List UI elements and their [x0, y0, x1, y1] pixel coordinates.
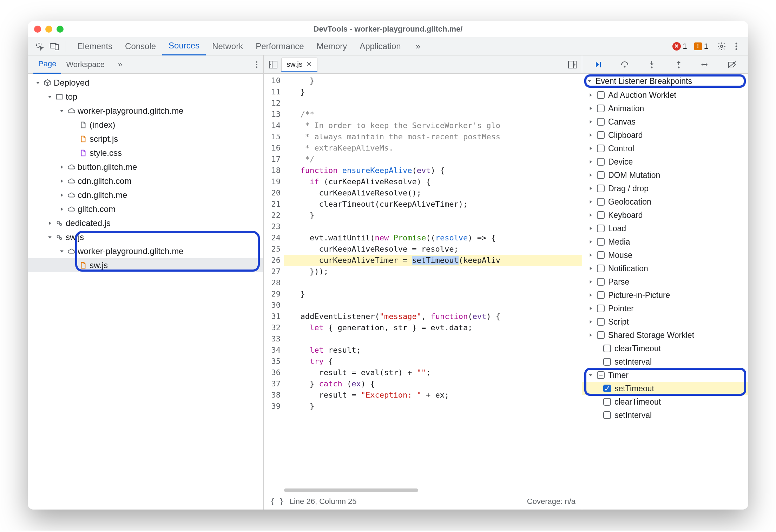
breakpoint-category[interactable]: DOM Mutation: [582, 168, 748, 182]
expand-icon[interactable]: [588, 119, 593, 125]
checkbox[interactable]: [597, 91, 605, 99]
kebab-menu-icon[interactable]: [730, 40, 743, 53]
expand-icon[interactable]: [71, 262, 77, 268]
checkbox[interactable]: [603, 411, 611, 419]
device-toolbar-icon[interactable]: [48, 40, 61, 53]
breakpoint-event[interactable]: clearTimeout: [582, 342, 748, 355]
navigator-tab-page[interactable]: Page: [33, 55, 61, 74]
breakpoint-category[interactable]: Mouse: [582, 248, 748, 262]
main-tab-elements[interactable]: Elements: [71, 37, 119, 55]
main-tab-network[interactable]: Network: [206, 37, 249, 55]
breakpoint-category[interactable]: Parse: [582, 275, 748, 288]
breakpoint-event[interactable]: setInterval: [582, 355, 748, 368]
tree-node[interactable]: top: [28, 90, 263, 104]
expand-icon[interactable]: [588, 212, 593, 218]
expand-icon[interactable]: [47, 220, 53, 226]
resume-icon[interactable]: [592, 59, 604, 71]
breakpoint-category[interactable]: Timer: [582, 368, 748, 382]
expand-icon[interactable]: [47, 234, 53, 240]
expand-icon[interactable]: [588, 105, 593, 112]
breakpoint-category[interactable]: Notification: [582, 262, 748, 275]
deactivate-breakpoints-icon[interactable]: [726, 59, 738, 71]
main-tab-console[interactable]: Console: [119, 37, 162, 55]
tree-node[interactable]: style.css: [28, 146, 263, 160]
main-tab-application[interactable]: Application: [353, 37, 407, 55]
tree-node[interactable]: dedicated.js: [28, 216, 263, 230]
checkbox[interactable]: [597, 331, 605, 339]
file-tree[interactable]: Deployed top worker-playground.glitch.me…: [28, 74, 263, 510]
expand-icon[interactable]: [588, 372, 593, 378]
breakpoint-category[interactable]: Ad Auction Worklet: [582, 88, 748, 102]
checkbox[interactable]: ✓: [603, 385, 611, 392]
tree-node[interactable]: (index): [28, 118, 263, 132]
checkbox[interactable]: [597, 131, 605, 139]
expand-icon[interactable]: [588, 145, 593, 152]
checkbox[interactable]: [597, 291, 605, 299]
breakpoint-category[interactable]: Geolocation: [582, 195, 748, 208]
checkbox[interactable]: [597, 118, 605, 126]
checkbox[interactable]: [597, 198, 605, 206]
expand-icon[interactable]: [59, 178, 65, 184]
breakpoint-category[interactable]: Drag / drop: [582, 182, 748, 195]
expand-icon[interactable]: [588, 305, 593, 312]
breakpoint-categories[interactable]: Ad Auction Worklet Animation Canvas Clip…: [582, 88, 748, 422]
checkbox[interactable]: [597, 171, 605, 179]
error-count[interactable]: ✕1: [672, 42, 687, 51]
settings-icon[interactable]: [715, 40, 728, 53]
breakpoint-category[interactable]: Device: [582, 155, 748, 168]
expand-icon[interactable]: [588, 239, 593, 245]
checkbox[interactable]: [597, 145, 605, 152]
expand-icon[interactable]: [588, 279, 593, 285]
expand-icon[interactable]: [71, 150, 77, 156]
breakpoint-event[interactable]: setInterval: [582, 408, 748, 422]
tree-node[interactable]: worker-playground.glitch.me: [28, 244, 263, 258]
expand-icon[interactable]: [59, 206, 65, 212]
navigator-menu-icon[interactable]: [256, 61, 258, 68]
checkbox[interactable]: [597, 305, 605, 312]
breakpoint-category[interactable]: Picture-in-Picture: [582, 288, 748, 302]
breakpoint-category[interactable]: Shared Storage Worklet: [582, 328, 748, 342]
more-tabs-button[interactable]: »: [409, 37, 427, 55]
step-over-icon[interactable]: [619, 59, 631, 71]
tree-node[interactable]: cdn.glitch.com: [28, 174, 263, 188]
checkbox[interactable]: [597, 238, 605, 246]
breakpoint-event[interactable]: clearTimeout: [582, 395, 748, 408]
main-tab-sources[interactable]: Sources: [162, 37, 206, 55]
event-listener-breakpoints-header[interactable]: Event Listener Breakpoints: [582, 74, 748, 88]
navigator-tab-workspace[interactable]: Workspace: [61, 55, 110, 74]
expand-icon[interactable]: [71, 122, 77, 128]
breakpoint-category[interactable]: Animation: [582, 102, 748, 115]
code-editor[interactable]: 1011121314151617181920212223242526272829…: [264, 74, 582, 493]
expand-icon[interactable]: [588, 265, 593, 272]
expand-icon[interactable]: [588, 185, 593, 192]
checkbox[interactable]: [597, 371, 605, 379]
checkbox[interactable]: [603, 345, 611, 352]
pretty-print-icon[interactable]: { }: [270, 497, 284, 506]
step-into-icon[interactable]: [646, 59, 658, 71]
tree-node[interactable]: Deployed: [28, 76, 263, 90]
tree-node[interactable]: worker-playground.glitch.me: [28, 104, 263, 118]
expand-icon[interactable]: [588, 132, 593, 138]
expand-icon[interactable]: [35, 80, 41, 86]
tree-node[interactable]: glitch.com: [28, 202, 263, 216]
checkbox[interactable]: [597, 278, 605, 286]
toggle-navigator-icon[interactable]: [267, 59, 279, 71]
code-content[interactable]: } } /** * In order to keep the ServiceWo…: [284, 74, 582, 493]
checkbox[interactable]: [603, 398, 611, 406]
tree-node[interactable]: script.js: [28, 132, 263, 146]
breakpoint-category[interactable]: Media: [582, 235, 748, 248]
checkbox[interactable]: [597, 211, 605, 219]
expand-icon[interactable]: [588, 159, 593, 165]
expand-icon[interactable]: [59, 108, 65, 114]
expand-icon[interactable]: [588, 225, 593, 232]
step-icon[interactable]: [699, 59, 711, 71]
tree-node[interactable]: button.glitch.me: [28, 160, 263, 174]
tree-node[interactable]: sw.js: [28, 258, 263, 272]
expand-icon[interactable]: [588, 292, 593, 298]
warning-count[interactable]: !1: [694, 42, 708, 51]
expand-icon[interactable]: [588, 252, 593, 258]
expand-icon[interactable]: [59, 164, 65, 170]
navigator-more-button[interactable]: »: [113, 55, 127, 74]
expand-icon[interactable]: [588, 172, 593, 178]
expand-icon[interactable]: [71, 136, 77, 142]
